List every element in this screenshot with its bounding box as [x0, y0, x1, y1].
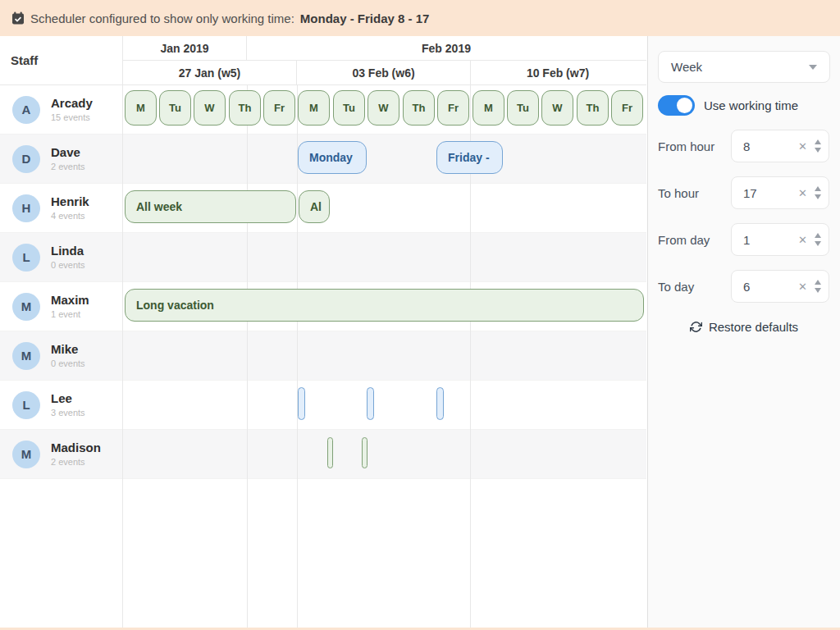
event-arcady-wednesday[interactable]: W — [541, 90, 573, 126]
to-day-label: To day — [658, 280, 694, 294]
staff-event-count: 2 events — [51, 162, 85, 171]
to-hour-row: To hour ✕ — [658, 176, 829, 209]
event-maxim-long-vacation[interactable]: Long vacation — [125, 289, 644, 322]
staff-row-maxim[interactable]: M Maxim 1 event — [0, 282, 122, 331]
schedule-grid: M Tu W Th Fr M Tu W Th Fr M Tu W Th Fr M… — [123, 85, 646, 628]
spinner — [815, 233, 821, 246]
event-arcady-friday[interactable]: Fr — [263, 90, 295, 126]
event-arcady-thursday[interactable]: Th — [229, 90, 261, 126]
avatar: A — [12, 96, 40, 124]
week-header-w6[interactable]: 03 Feb (w6) — [297, 61, 471, 84]
spin-down-icon[interactable] — [815, 148, 821, 153]
staff-name: Maxim — [51, 294, 89, 308]
staff-name: Madison — [51, 441, 101, 455]
staff-name: Henrik — [51, 195, 89, 209]
clear-icon[interactable]: ✕ — [798, 281, 807, 292]
avatar: D — [12, 145, 40, 173]
staff-event-count: 4 events — [51, 211, 89, 221]
event-madison-2[interactable] — [362, 437, 368, 468]
week-header-w7[interactable]: 10 Feb (w7) — [471, 61, 645, 84]
info-banner: Scheduler configured to show only workin… — [0, 0, 840, 36]
from-hour-label: From hour — [658, 139, 714, 153]
event-arcady-monday[interactable]: M — [298, 90, 330, 126]
event-lee-1[interactable] — [298, 387, 305, 420]
event-arcady-friday[interactable]: Fr — [611, 90, 643, 126]
event-henrik-all-week[interactable]: All week — [125, 190, 296, 223]
spin-down-icon[interactable] — [815, 241, 821, 246]
spin-up-icon[interactable] — [815, 139, 821, 144]
event-arcady-tuesday[interactable]: Tu — [333, 90, 365, 126]
view-preset-select[interactable]: Week — [658, 51, 830, 83]
from-day-input[interactable] — [732, 233, 781, 247]
restore-defaults-button[interactable]: Restore defaults — [648, 320, 840, 334]
staff-info: Dave 2 events — [51, 146, 85, 171]
clear-icon[interactable]: ✕ — [798, 141, 807, 152]
event-arcady-thursday[interactable]: Th — [577, 90, 609, 126]
from-hour-row: From hour ✕ — [658, 130, 829, 162]
event-lee-3[interactable] — [436, 387, 444, 420]
spin-down-icon[interactable] — [815, 288, 821, 293]
event-arcady-tuesday[interactable]: Tu — [507, 90, 539, 126]
month-header-row: Jan 2019 Feb 2019 — [123, 36, 646, 61]
spin-up-icon[interactable] — [815, 233, 821, 238]
event-henrik-all-week-2[interactable]: Al — [299, 190, 330, 223]
from-hour-input[interactable] — [732, 139, 781, 153]
to-day-input[interactable] — [732, 280, 781, 294]
week-header-w5[interactable]: 27 Jan (w5) — [123, 61, 297, 84]
events-layer: M Tu W Th Fr M Tu W Th Fr M Tu W Th Fr M… — [123, 85, 646, 628]
staff-name: Mike — [51, 343, 85, 357]
staff-info: Mike 0 events — [51, 343, 85, 368]
staff-row-henrik[interactable]: H Henrik 4 events — [0, 184, 122, 233]
staff-info: Lee 3 events — [51, 392, 85, 418]
avatar: L — [12, 391, 40, 419]
staff-panel: A Arcady 15 events D Dave 2 events H Hen… — [0, 85, 123, 628]
spin-down-icon[interactable] — [815, 194, 821, 199]
event-arcady-wednesday[interactable]: W — [368, 90, 399, 126]
spin-up-icon[interactable] — [815, 186, 821, 191]
staff-info: Arcady 15 events — [51, 97, 93, 122]
event-arcady-thursday[interactable]: Th — [403, 90, 435, 126]
event-arcady-wednesday[interactable]: W — [194, 90, 226, 126]
to-hour-label: To hour — [658, 186, 699, 200]
restore-defaults-label: Restore defaults — [709, 320, 798, 334]
event-dave-monday[interactable]: Monday — [298, 141, 367, 174]
staff-info: Linda 0 events — [51, 244, 85, 270]
event-arcady-friday[interactable]: Fr — [437, 90, 469, 126]
to-hour-input[interactable] — [732, 186, 781, 200]
clear-icon[interactable]: ✕ — [798, 235, 807, 245]
staff-name: Dave — [51, 146, 85, 160]
staff-row-arcady[interactable]: A Arcady 15 events — [0, 85, 122, 135]
staff-info: Henrik 4 events — [51, 195, 89, 221]
event-arcady-monday[interactable]: M — [125, 90, 157, 126]
working-time-toggle-row: Use working time — [658, 95, 830, 116]
staff-column-header: Staff — [0, 36, 123, 85]
clear-icon[interactable]: ✕ — [798, 188, 807, 199]
chevron-down-icon — [809, 65, 817, 70]
spinner — [815, 186, 821, 199]
event-arcady-tuesday[interactable]: Tu — [159, 90, 191, 126]
staff-row-madison[interactable]: M Madison 2 events — [0, 430, 122, 479]
banner-bold-text: Monday - Friday 8 - 17 — [300, 11, 430, 25]
staff-row-mike[interactable]: M Mike 0 events — [0, 331, 122, 381]
banner-text: Scheduler configured to show only workin… — [30, 11, 294, 25]
staff-event-count: 0 events — [51, 260, 85, 270]
event-dave-friday[interactable]: Friday - — [436, 141, 503, 174]
staff-event-count: 1 event — [51, 309, 89, 319]
month-header-jan[interactable]: Jan 2019 — [123, 36, 247, 60]
from-day-label: From day — [658, 233, 710, 247]
staff-row-dave[interactable]: D Dave 2 events — [0, 135, 122, 184]
to-hour-field: ✕ — [731, 176, 829, 209]
from-hour-field: ✕ — [731, 130, 829, 162]
from-day-field: ✕ — [731, 223, 829, 256]
staff-row-lee[interactable]: L Lee 3 events — [0, 381, 122, 430]
toggle-knob — [677, 98, 692, 113]
event-madison-1[interactable] — [327, 437, 333, 468]
spin-up-icon[interactable] — [815, 280, 821, 285]
event-lee-2[interactable] — [367, 387, 374, 420]
use-working-time-toggle[interactable] — [658, 95, 695, 116]
staff-row-linda[interactable]: L Linda 0 events — [0, 233, 122, 282]
staff-info: Maxim 1 event — [51, 294, 89, 319]
event-arcady-monday[interactable]: M — [472, 90, 504, 126]
calendar-check-icon — [11, 11, 25, 25]
month-header-feb[interactable]: Feb 2019 — [247, 36, 646, 60]
